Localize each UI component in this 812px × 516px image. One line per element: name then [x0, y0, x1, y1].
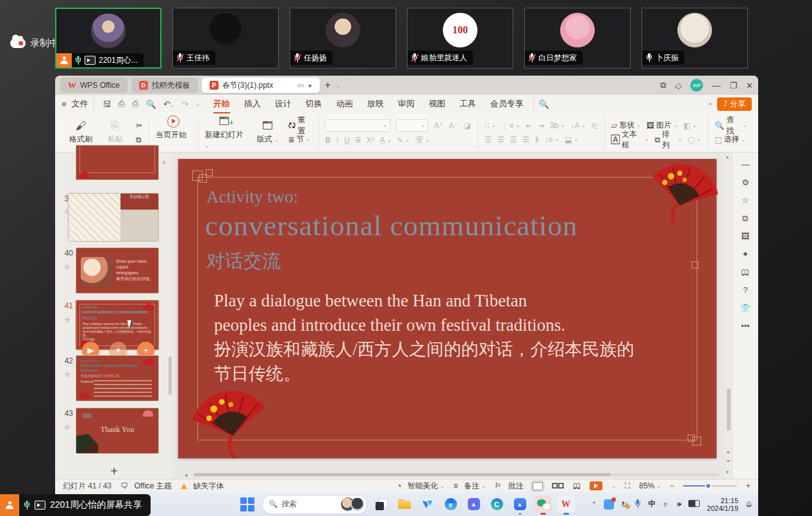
purple-app-icon[interactable]: ▲ [465, 495, 483, 513]
font-family-select[interactable]: ⌄ [325, 119, 390, 132]
copy-button[interactable]: ⧉ [136, 134, 142, 146]
play-from-current-button[interactable]: 当页开始 ⌄ [156, 115, 192, 149]
tab-active-document[interactable]: P 春节(3)(1).pptx ▭● [202, 78, 320, 93]
reference-book-icon[interactable]: 🕮 [742, 268, 750, 276]
beautify-wand-icon[interactable]: ✦ [742, 250, 749, 258]
cut-button[interactable]: ✂ [136, 120, 142, 131]
tab-animation[interactable]: 动画 [332, 98, 358, 110]
edge-icon[interactable]: C [488, 495, 506, 513]
slideshow-play-button[interactable] [590, 481, 602, 490]
underline-button[interactable]: U [344, 135, 350, 146]
save-icon[interactable]: 🖫 [103, 99, 112, 109]
align-right-button[interactable]: ☰ [510, 134, 517, 146]
align-text-button[interactable]: ⬓⌄ [565, 134, 578, 146]
start-button[interactable] [239, 495, 256, 513]
play-options-chevron[interactable]: ⌄ [611, 483, 616, 489]
paste-button[interactable]: ⎘ 粘贴 [101, 121, 129, 145]
photos-app-icon[interactable]: ▲ [511, 495, 529, 513]
zoom-in-button[interactable]: + [746, 481, 750, 490]
tab-wps-office[interactable]: W WPS Office [60, 78, 128, 93]
menu-file[interactable]: 文件 [72, 98, 88, 110]
share-button[interactable]: ⤴ 分享 [717, 97, 752, 111]
tab-view[interactable]: 视图 [424, 98, 450, 110]
browser-icon[interactable]: e [442, 495, 460, 513]
current-slide[interactable]: Activity two: conversational communicati… [178, 159, 717, 458]
tab-docer-templates[interactable]: D 找稻壳模板 [131, 78, 198, 93]
tab-transition[interactable]: 切换 [301, 98, 327, 110]
more-tools-icon[interactable]: ••• [741, 322, 750, 330]
notes-button[interactable]: ≡ 备注⌄ [454, 480, 486, 492]
char-effect-button[interactable]: 变⌄ [415, 135, 429, 146]
collapse-rail-icon[interactable]: — [742, 160, 750, 169]
convert-smartart-icon[interactable]: ⎗ [592, 120, 598, 131]
textbox-button[interactable]: 🄰文本框⌄ [611, 134, 649, 146]
vertical-text-button[interactable]: ↓A⌄ [570, 120, 586, 131]
account-avatar[interactable]: WP [690, 79, 703, 92]
help-icon[interactable]: ? [743, 286, 747, 294]
notification-bell-icon[interactable]: 🕭 [745, 500, 753, 509]
participant-tile[interactable]: 卜庆振 [642, 8, 748, 69]
volume-icon[interactable]: 🕪 [677, 500, 681, 508]
new-tab-button[interactable]: + [325, 79, 331, 91]
add-slide-plus-button[interactable]: + [110, 464, 118, 479]
participant-tile[interactable]: 任扬扬 [290, 8, 396, 69]
tab-insert[interactable]: 插入 [240, 98, 265, 110]
superscript-button[interactable]: X² [367, 135, 374, 146]
decrease-indent-button[interactable]: ⇤ [526, 120, 532, 131]
restore-button[interactable]: ❐ [729, 81, 737, 90]
ime-indicator[interactable]: 中 [648, 499, 656, 510]
close-button[interactable]: ✕ [746, 81, 753, 90]
scroll-down-arrow[interactable]: ▾ [726, 469, 729, 475]
undo-icon[interactable]: ↶⌄ [163, 99, 175, 109]
prev-slide-arrow[interactable]: ⏶ [726, 449, 730, 456]
file-explorer-icon[interactable] [396, 495, 413, 513]
tab-design[interactable]: 设计 [270, 98, 296, 110]
print-preview-icon[interactable]: 🔍 [145, 99, 156, 109]
shape-library-icon[interactable]: ⧉ [742, 214, 748, 222]
favorites-star-icon[interactable]: ☆ [742, 196, 749, 204]
smart-beautify-button[interactable]: ◔ 智能美化⌄ [397, 480, 444, 492]
slide-thumbnail-43[interactable]: Thank You [76, 408, 159, 454]
tencent-meeting-icon[interactable] [419, 495, 436, 513]
fill-button[interactable]: ◧⌄ [683, 120, 697, 131]
line-spacing-button[interactable]: ↕≡⌄ [545, 134, 559, 146]
highlight-button[interactable]: ✎⌄ [397, 135, 410, 146]
bullets-button[interactable]: ∷⌄ [485, 120, 495, 131]
horizontal-scrollbar[interactable]: ◂ [185, 472, 719, 477]
section-button[interactable]: ≣节 ⌄ [288, 134, 312, 146]
star-icon[interactable]: ☆ [64, 423, 70, 431]
star-icon[interactable]: ☆ [64, 263, 70, 271]
increase-font-button[interactable]: A⁺ [434, 120, 443, 131]
select-button[interactable]: ⬚选择⌄ [715, 134, 747, 146]
print-icon[interactable]: ⎙ [132, 99, 138, 109]
font-color-button[interactable]: A̲⌄ [380, 135, 392, 146]
participant-tile[interactable]: 100 娘胎里就迷人 [407, 8, 513, 69]
reset-button[interactable]: 🗘重置 [288, 120, 312, 131]
participant-tile[interactable]: 王佳祎 [172, 8, 279, 69]
tab-list-chevron[interactable]: ⌄ [336, 83, 340, 88]
justify-button[interactable]: ☰ [522, 134, 529, 146]
arrange-button[interactable]: ⧉排列⌄ [654, 134, 682, 146]
minimize-button[interactable]: — [712, 81, 720, 90]
slide-thumbnail-42[interactable]: Activity three: Writing and speak accord… [76, 355, 159, 401]
redo-icon[interactable]: ↷ [181, 99, 188, 109]
participant-tile[interactable]: 白日梦想家 [524, 8, 631, 69]
taskbar-search[interactable]: 🔍 搜索 [262, 495, 367, 514]
clear-format-button[interactable]: ◪ [464, 120, 471, 131]
collapse-panel-icon[interactable]: ‹ [163, 158, 165, 167]
search-icon[interactable]: 🔍 [539, 99, 549, 109]
scroll-up-arrow[interactable]: ▴ [726, 154, 729, 160]
cloud-status-icon[interactable]: ◔ [707, 99, 712, 109]
align-left-button[interactable]: ☰ [485, 134, 492, 146]
tray-chat-icon[interactable] [604, 499, 614, 510]
zoom-out-button[interactable]: − [670, 481, 674, 490]
tab-tools[interactable]: 工具 [455, 98, 481, 110]
layout-button[interactable]: 🗔 版式 ⌄ [254, 121, 282, 145]
screen-share-banner[interactable]: 2201周心怡的屏幕共享 [0, 494, 151, 516]
tab-member[interactable]: 会员专享 [486, 98, 528, 110]
scroll-left-arrow[interactable]: ◂ [185, 472, 188, 478]
numbering-button[interactable]: ⋮≡⌄ [502, 120, 520, 131]
slide-thumbnail-38[interactable] [76, 145, 159, 180]
participant-tile[interactable]: 2201周心... [55, 8, 162, 69]
tray-expand-chevron[interactable]: ⌃ [592, 501, 597, 508]
